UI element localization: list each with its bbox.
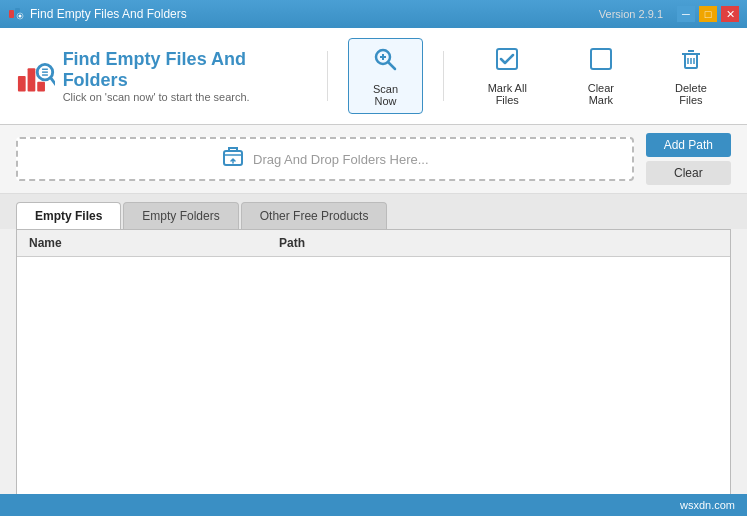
- drop-zone-text: Drag And Drop Folders Here...: [253, 152, 429, 167]
- content-wrapper: Name Path: [0, 229, 747, 516]
- clear-mark-icon: [588, 46, 614, 78]
- table-body: [17, 257, 730, 516]
- tab-empty-files[interactable]: Empty Files: [16, 202, 121, 229]
- clear-mark-label: Clear Mark: [575, 82, 627, 106]
- add-path-button[interactable]: Add Path: [646, 133, 731, 157]
- svg-rect-17: [591, 49, 611, 69]
- svg-line-13: [388, 62, 395, 69]
- delete-icon: [678, 46, 704, 78]
- window-controls: Version 2.9.1 ─ □ ✕: [599, 6, 739, 22]
- app-logo-icon: [16, 56, 55, 96]
- svg-rect-5: [28, 68, 36, 91]
- app-small-icon: [8, 6, 24, 22]
- toolbar: Find Empty Files And Folders Click on 's…: [0, 28, 747, 125]
- mark-all-label: Mark All Files: [476, 82, 539, 106]
- version-label: Version 2.9.1: [599, 8, 663, 20]
- title-bar: Find Empty Files And Folders Version 2.9…: [0, 0, 747, 28]
- toolbar-separator-2: [443, 51, 444, 101]
- tab-other-products[interactable]: Other Free Products: [241, 202, 388, 229]
- tab-empty-folders[interactable]: Empty Folders: [123, 202, 238, 229]
- column-name-header: Name: [29, 236, 279, 250]
- svg-rect-0: [9, 10, 14, 18]
- app-logo: Find Empty Files And Folders Click on 's…: [16, 49, 307, 103]
- side-buttons: Add Path Clear: [646, 133, 731, 185]
- clear-mark-button[interactable]: Clear Mark: [563, 40, 639, 112]
- app-subtitle: Click on 'scan now' to start the search.: [63, 91, 308, 103]
- svg-point-3: [19, 15, 22, 18]
- svg-line-8: [51, 78, 55, 86]
- delete-files-button[interactable]: Delete Files: [651, 40, 731, 112]
- table-header: Name Path: [17, 230, 730, 257]
- scan-now-button[interactable]: Scan Now: [348, 38, 422, 114]
- status-bar: wsxdn.com: [0, 494, 747, 516]
- maximize-button[interactable]: □: [699, 6, 717, 22]
- drop-zone[interactable]: Drag And Drop Folders Here...: [16, 137, 634, 181]
- minimize-button[interactable]: ─: [677, 6, 695, 22]
- svg-rect-6: [37, 82, 45, 92]
- mark-all-button[interactable]: Mark All Files: [464, 40, 551, 112]
- delete-files-label: Delete Files: [663, 82, 719, 106]
- scan-icon: [371, 45, 399, 79]
- drop-zone-icon: [221, 145, 245, 174]
- content-area: Name Path: [16, 229, 731, 516]
- mark-all-icon: [494, 46, 520, 78]
- drop-zone-area: Drag And Drop Folders Here... Add Path C…: [0, 125, 747, 194]
- svg-rect-4: [18, 76, 26, 91]
- window-title: Find Empty Files And Folders: [30, 7, 187, 21]
- clear-path-button[interactable]: Clear: [646, 161, 731, 185]
- tabs-bar: Empty Files Empty Folders Other Free Pro…: [0, 194, 747, 229]
- app-title: Find Empty Files And Folders: [63, 49, 308, 91]
- close-button[interactable]: ✕: [721, 6, 739, 22]
- column-path-header: Path: [279, 236, 718, 250]
- scan-now-label: Scan Now: [361, 83, 409, 107]
- toolbar-separator-1: [327, 51, 328, 101]
- status-text: wsxdn.com: [680, 499, 735, 511]
